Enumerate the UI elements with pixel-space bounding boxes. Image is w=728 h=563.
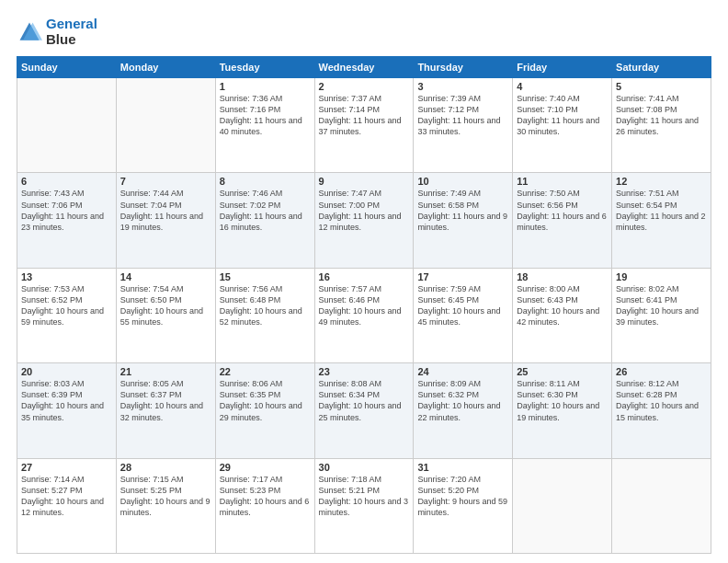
calendar-cell: 16Sunrise: 7:57 AM Sunset: 6:46 PM Dayli… [314, 268, 414, 362]
day-info: Sunrise: 7:51 AM Sunset: 6:54 PM Dayligh… [616, 188, 707, 233]
day-info: Sunrise: 8:06 AM Sunset: 6:35 PM Dayligh… [220, 378, 311, 423]
day-number: 2 [319, 81, 410, 92]
day-number: 5 [616, 81, 707, 92]
day-info: Sunrise: 7:46 AM Sunset: 7:02 PM Dayligh… [220, 188, 311, 233]
page: General Blue SundayMondayTuesdayWednesda… [0, 0, 728, 563]
day-info: Sunrise: 7:57 AM Sunset: 6:46 PM Dayligh… [319, 283, 410, 328]
day-info: Sunrise: 7:15 AM Sunset: 5:25 PM Dayligh… [120, 474, 211, 519]
weekday-header-wednesday: Wednesday [314, 57, 414, 78]
day-info: Sunrise: 8:08 AM Sunset: 6:34 PM Dayligh… [319, 378, 410, 423]
day-info: Sunrise: 7:49 AM Sunset: 6:58 PM Dayligh… [417, 188, 508, 233]
calendar-cell: 24Sunrise: 8:09 AM Sunset: 6:32 PM Dayli… [414, 363, 513, 458]
calendar-week-row: 20Sunrise: 8:03 AM Sunset: 6:39 PM Dayli… [17, 363, 711, 458]
calendar-week-row: 1Sunrise: 7:36 AM Sunset: 7:16 PM Daylig… [17, 78, 711, 173]
day-number: 3 [417, 81, 508, 92]
calendar-cell: 2Sunrise: 7:37 AM Sunset: 7:14 PM Daylig… [314, 78, 414, 173]
day-info: Sunrise: 7:41 AM Sunset: 7:08 PM Dayligh… [616, 93, 707, 138]
calendar-cell: 11Sunrise: 7:50 AM Sunset: 6:56 PM Dayli… [513, 173, 612, 268]
calendar-cell: 30Sunrise: 7:18 AM Sunset: 5:21 PM Dayli… [314, 458, 414, 553]
logo-text: General Blue [46, 17, 97, 47]
day-info: Sunrise: 7:37 AM Sunset: 7:14 PM Dayligh… [319, 93, 410, 138]
day-info: Sunrise: 7:18 AM Sunset: 5:21 PM Dayligh… [319, 474, 410, 519]
calendar-cell: 9Sunrise: 7:47 AM Sunset: 7:00 PM Daylig… [314, 173, 414, 268]
day-number: 6 [21, 176, 112, 187]
day-info: Sunrise: 7:36 AM Sunset: 7:16 PM Dayligh… [220, 93, 311, 138]
weekday-header-tuesday: Tuesday [215, 57, 314, 78]
day-info: Sunrise: 8:05 AM Sunset: 6:37 PM Dayligh… [120, 378, 211, 423]
weekday-header-friday: Friday [513, 57, 612, 78]
weekday-header-row: SundayMondayTuesdayWednesdayThursdayFrid… [17, 57, 711, 78]
calendar-cell: 7Sunrise: 7:44 AM Sunset: 7:04 PM Daylig… [116, 173, 215, 268]
calendar-cell: 28Sunrise: 7:15 AM Sunset: 5:25 PM Dayli… [116, 458, 215, 553]
day-number: 27 [21, 462, 112, 473]
calendar-cell: 23Sunrise: 8:08 AM Sunset: 6:34 PM Dayli… [314, 363, 414, 458]
calendar-cell: 20Sunrise: 8:03 AM Sunset: 6:39 PM Dayli… [17, 363, 117, 458]
weekday-header-monday: Monday [116, 57, 215, 78]
day-number: 25 [517, 366, 608, 377]
calendar-cell: 31Sunrise: 7:20 AM Sunset: 5:20 PM Dayli… [414, 458, 513, 553]
day-info: Sunrise: 7:43 AM Sunset: 7:06 PM Dayligh… [21, 188, 112, 233]
calendar-cell: 3Sunrise: 7:39 AM Sunset: 7:12 PM Daylig… [414, 78, 513, 173]
calendar-cell: 22Sunrise: 8:06 AM Sunset: 6:35 PM Dayli… [215, 363, 314, 458]
calendar-cell: 21Sunrise: 8:05 AM Sunset: 6:37 PM Dayli… [116, 363, 215, 458]
calendar-cell: 19Sunrise: 8:02 AM Sunset: 6:41 PM Dayli… [612, 268, 711, 362]
calendar-cell [612, 458, 711, 553]
day-info: Sunrise: 8:09 AM Sunset: 6:32 PM Dayligh… [417, 378, 508, 423]
day-number: 28 [120, 462, 211, 473]
calendar-week-row: 13Sunrise: 7:53 AM Sunset: 6:52 PM Dayli… [17, 268, 711, 362]
calendar-cell: 18Sunrise: 8:00 AM Sunset: 6:43 PM Dayli… [513, 268, 612, 362]
day-number: 24 [417, 366, 508, 377]
calendar-cell: 8Sunrise: 7:46 AM Sunset: 7:02 PM Daylig… [215, 173, 314, 268]
day-number: 13 [21, 271, 112, 282]
day-number: 26 [616, 366, 707, 377]
day-number: 21 [120, 366, 211, 377]
day-number: 12 [616, 176, 707, 187]
day-info: Sunrise: 8:03 AM Sunset: 6:39 PM Dayligh… [21, 378, 112, 423]
day-info: Sunrise: 7:56 AM Sunset: 6:48 PM Dayligh… [220, 283, 311, 328]
day-info: Sunrise: 7:47 AM Sunset: 7:00 PM Dayligh… [319, 188, 410, 233]
day-info: Sunrise: 7:40 AM Sunset: 7:10 PM Dayligh… [517, 93, 608, 138]
day-number: 16 [319, 271, 410, 282]
calendar-cell: 29Sunrise: 7:17 AM Sunset: 5:23 PM Dayli… [215, 458, 314, 553]
day-number: 7 [120, 176, 211, 187]
day-number: 4 [517, 81, 608, 92]
calendar-cell: 17Sunrise: 7:59 AM Sunset: 6:45 PM Dayli… [414, 268, 513, 362]
day-info: Sunrise: 8:11 AM Sunset: 6:30 PM Dayligh… [517, 378, 608, 423]
calendar-cell: 5Sunrise: 7:41 AM Sunset: 7:08 PM Daylig… [612, 78, 711, 173]
day-info: Sunrise: 7:54 AM Sunset: 6:50 PM Dayligh… [120, 283, 211, 328]
calendar-cell: 13Sunrise: 7:53 AM Sunset: 6:52 PM Dayli… [17, 268, 117, 362]
calendar-cell: 10Sunrise: 7:49 AM Sunset: 6:58 PM Dayli… [414, 173, 513, 268]
day-number: 20 [21, 366, 112, 377]
day-number: 9 [319, 176, 410, 187]
weekday-header-thursday: Thursday [414, 57, 513, 78]
calendar-cell: 4Sunrise: 7:40 AM Sunset: 7:10 PM Daylig… [513, 78, 612, 173]
day-number: 29 [220, 462, 311, 473]
calendar-cell [17, 78, 117, 173]
calendar-cell: 1Sunrise: 7:36 AM Sunset: 7:16 PM Daylig… [215, 78, 314, 173]
day-info: Sunrise: 7:14 AM Sunset: 5:27 PM Dayligh… [21, 474, 112, 519]
day-number: 23 [319, 366, 410, 377]
day-number: 10 [417, 176, 508, 187]
calendar-week-row: 27Sunrise: 7:14 AM Sunset: 5:27 PM Dayli… [17, 458, 711, 553]
day-number: 11 [517, 176, 608, 187]
calendar-cell [513, 458, 612, 553]
logo-icon [17, 19, 42, 45]
day-info: Sunrise: 7:20 AM Sunset: 5:20 PM Dayligh… [417, 474, 508, 519]
day-info: Sunrise: 7:59 AM Sunset: 6:45 PM Dayligh… [417, 283, 508, 328]
day-number: 18 [517, 271, 608, 282]
calendar-cell: 14Sunrise: 7:54 AM Sunset: 6:50 PM Dayli… [116, 268, 215, 362]
calendar-week-row: 6Sunrise: 7:43 AM Sunset: 7:06 PM Daylig… [17, 173, 711, 268]
day-info: Sunrise: 8:12 AM Sunset: 6:28 PM Dayligh… [616, 378, 707, 423]
weekday-header-saturday: Saturday [612, 57, 711, 78]
calendar-cell: 6Sunrise: 7:43 AM Sunset: 7:06 PM Daylig… [17, 173, 117, 268]
weekday-header-sunday: Sunday [17, 57, 117, 78]
day-info: Sunrise: 7:44 AM Sunset: 7:04 PM Dayligh… [120, 188, 211, 233]
day-info: Sunrise: 7:39 AM Sunset: 7:12 PM Dayligh… [417, 93, 508, 138]
logo: General Blue [17, 17, 97, 47]
day-info: Sunrise: 8:02 AM Sunset: 6:41 PM Dayligh… [616, 283, 707, 328]
calendar-cell: 26Sunrise: 8:12 AM Sunset: 6:28 PM Dayli… [612, 363, 711, 458]
day-number: 22 [220, 366, 311, 377]
day-info: Sunrise: 7:17 AM Sunset: 5:23 PM Dayligh… [220, 474, 311, 519]
calendar-cell: 27Sunrise: 7:14 AM Sunset: 5:27 PM Dayli… [17, 458, 117, 553]
day-number: 31 [417, 462, 508, 473]
